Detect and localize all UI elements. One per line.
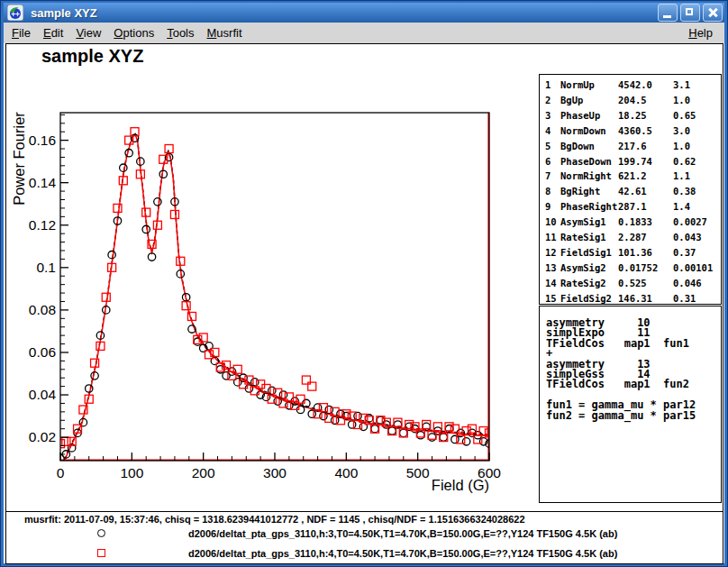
window-frame: ++ sample XYZ FileEditViewOptionsToolsMu… bbox=[0, 0, 728, 567]
param-row: 11RateSig12.2870.043 bbox=[545, 230, 721, 245]
svg-text:0.06: 0.06 bbox=[29, 344, 56, 360]
param-row: 4NormDown4360.53.0 bbox=[545, 123, 721, 139]
param-row: 10AsymSig10.18330.0027 bbox=[545, 215, 721, 230]
theory-line: fun2 = gamma_mu * par15 bbox=[546, 411, 721, 421]
x-axis-title: Field (G) bbox=[432, 477, 489, 493]
svg-text:++: ++ bbox=[11, 10, 20, 18]
legend-row: d2006/deltat_pta_gps_3110,h:4,T0=4.50K,T… bbox=[6, 549, 723, 560]
menu-item-help[interactable]: Help bbox=[682, 24, 719, 41]
title-bar[interactable]: ++ sample XYZ bbox=[4, 3, 724, 23]
param-row: 15FieldSig2146.310.31 bbox=[545, 291, 721, 305]
menu-item-view[interactable]: View bbox=[69, 24, 107, 41]
param-row: 6PhaseDown199.740.62 bbox=[545, 154, 721, 169]
svg-text:0.04: 0.04 bbox=[29, 387, 57, 402]
param-row: 1NormUp4542.03.1 bbox=[545, 78, 721, 93]
svg-text:0.02: 0.02 bbox=[29, 429, 56, 444]
svg-text:0.08: 0.08 bbox=[29, 302, 56, 317]
root-canvas[interactable]: sample XYZ 01002003004005006000.020.040.… bbox=[5, 43, 723, 564]
window-controls bbox=[658, 4, 723, 22]
minimize-icon bbox=[663, 15, 671, 18]
svg-text:0.14: 0.14 bbox=[29, 175, 57, 190]
menu-item-options[interactable]: Options bbox=[107, 24, 160, 41]
window-title: sample XYZ bbox=[31, 6, 97, 20]
close-icon bbox=[704, 5, 722, 21]
param-row: 13AsymSig20.017520.00101 bbox=[545, 261, 721, 276]
param-row: 5BgDown217.61.0 bbox=[545, 139, 721, 154]
legend-label: d2006/deltat_pta_gps_3110,h:3,T0=4.50K,T… bbox=[188, 528, 617, 539]
y-axis-title: Power Fourier bbox=[11, 112, 27, 206]
menu-item-tools[interactable]: Tools bbox=[160, 24, 200, 41]
param-row: 8BgRight42.610.38 bbox=[545, 184, 721, 199]
svg-text:200: 200 bbox=[192, 465, 215, 480]
legend-row: d2006/deltat_pta_gps_3110,h:3,T0=4.50K,T… bbox=[6, 529, 723, 540]
work-area: sample XYZ 01002003004005006000.020.040.… bbox=[4, 43, 724, 563]
legend-square-icon bbox=[97, 549, 105, 557]
maximize-icon bbox=[686, 8, 693, 15]
svg-text:0.12: 0.12 bbox=[29, 217, 56, 233]
svg-text:400: 400 bbox=[334, 465, 358, 480]
theory-line: TFieldCos map1 fun1 bbox=[546, 339, 721, 349]
theory-box: asymmetry 10simplExpo 11TFieldCos map1 f… bbox=[539, 306, 722, 503]
fit-info-line: musrfit: 2011-07-09, 15:37:46, chisq = 1… bbox=[24, 514, 525, 525]
param-row: 2BgUp204.51.0 bbox=[545, 93, 721, 108]
svg-text:0.1: 0.1 bbox=[36, 260, 56, 275]
legend-circle-icon bbox=[97, 529, 105, 537]
theory-line: TFieldCos map1 fun2 bbox=[546, 380, 721, 389]
menu-bar: FileEditViewOptionsToolsMusrfit Help bbox=[4, 23, 724, 44]
menu-item-musrfit[interactable]: Musrfit bbox=[201, 24, 249, 41]
param-row: 9PhaseRight287.11.4 bbox=[545, 199, 721, 215]
parameter-table: 1NormUp4542.03.12BgUp204.51.03PhaseUp18.… bbox=[539, 74, 722, 305]
param-row: 14RateSig20.5250.046 bbox=[545, 276, 721, 291]
svg-text:500: 500 bbox=[406, 465, 430, 480]
svg-text:0.16: 0.16 bbox=[29, 133, 56, 148]
param-row: 3PhaseUp18.250.65 bbox=[545, 108, 721, 123]
param-row: 12FieldSig1101.360.37 bbox=[545, 245, 721, 261]
svg-text:100: 100 bbox=[120, 465, 143, 480]
param-row: 7NormRight621.21.1 bbox=[545, 169, 721, 184]
power-spectrum-plot[interactable]: 01002003004005006000.020.040.060.080.10.… bbox=[6, 44, 547, 509]
status-separator bbox=[6, 511, 723, 512]
menu-items: FileEditViewOptionsToolsMusrfit bbox=[5, 24, 249, 41]
legend-label: d2006/deltat_pta_gps_3110,h:4,T0=4.50K,T… bbox=[188, 548, 617, 559]
root-logo-icon: ++ bbox=[7, 5, 23, 21]
minimize-button[interactable] bbox=[658, 4, 678, 22]
svg-text:0: 0 bbox=[57, 465, 65, 480]
close-button[interactable] bbox=[703, 4, 723, 22]
menu-item-edit[interactable]: Edit bbox=[37, 24, 69, 41]
svg-text:300: 300 bbox=[263, 465, 287, 480]
menu-item-file[interactable]: File bbox=[5, 24, 37, 41]
maximize-button[interactable] bbox=[680, 4, 700, 22]
